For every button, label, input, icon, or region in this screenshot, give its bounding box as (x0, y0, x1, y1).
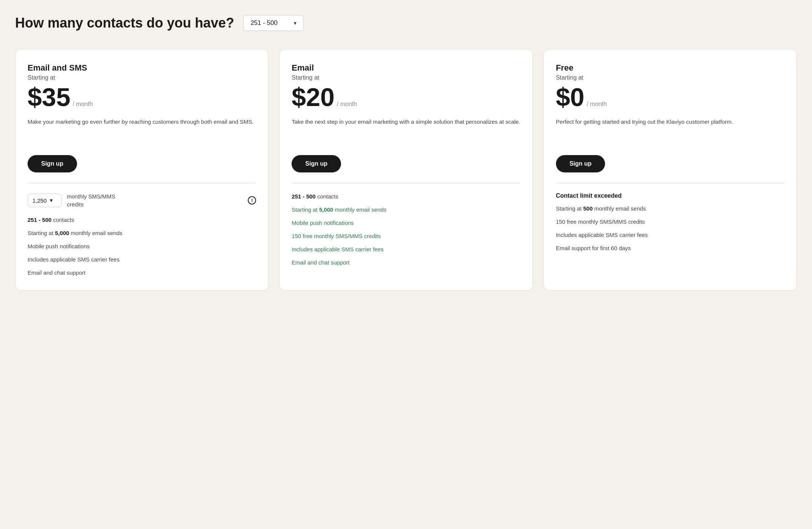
plan-description-free: Perfect for getting started and trying o… (556, 117, 784, 145)
plan-divider-free (556, 183, 784, 183)
sms-credits-value: 1,250 (32, 197, 47, 204)
feature-item: 251 - 500 contacts (28, 216, 256, 224)
sms-credits-dropdown[interactable]: 1,250 ▾ (28, 194, 62, 207)
feature-item: Mobile push notifications (292, 219, 520, 227)
sms-info-icon[interactable]: ! (248, 196, 256, 205)
feature-item: Starting at 5,000 monthly email sends (28, 229, 256, 237)
feature-item: Email and chat support (28, 269, 256, 277)
plan-name-email-sms: Email and SMS (28, 63, 256, 73)
feature-item: 150 free monthly SMS/MMS credits (292, 232, 520, 240)
feature-item: 251 - 500 contacts (292, 192, 520, 200)
plan-divider-email (292, 183, 520, 183)
sms-credits-row: 1,250 ▾ monthly SMS/MMScredits ! (28, 192, 256, 208)
starting-at-free: Starting at (556, 74, 784, 81)
price-row-email-sms: $35 / month (28, 84, 256, 110)
price-amount-email: $20 (292, 84, 334, 110)
signup-button-free[interactable]: Sign up (556, 155, 605, 172)
feature-item: Email and chat support (292, 258, 520, 266)
chevron-down-icon: ▾ (294, 20, 296, 26)
contacts-dropdown-value: 251 - 500 (250, 19, 278, 27)
plan-card-email: Email Starting at $20 / month Take the n… (279, 49, 533, 291)
plan-card-free: Free Starting at $0 / month Perfect for … (543, 49, 797, 291)
price-period-free: / month (587, 101, 607, 108)
features-list-email: 251 - 500 contacts Starting at 5,000 mon… (292, 192, 520, 266)
sms-credits-label: monthly SMS/MMScredits (67, 192, 242, 208)
price-amount-email-sms: $35 (28, 84, 70, 110)
plan-name-free: Free (556, 63, 784, 73)
price-amount-free: $0 (556, 84, 585, 110)
plan-name-email: Email (292, 63, 520, 73)
sms-chevron-icon: ▾ (50, 197, 53, 204)
feature-item: Includes applicable SMS carrier fees (556, 231, 784, 239)
feature-item: Includes applicable SMS carrier fees (28, 255, 256, 263)
feature-item: Starting at 5,000 monthly email sends (292, 206, 520, 214)
plans-grid: Email and SMS Starting at $35 / month Ma… (15, 49, 797, 291)
plan-divider-email-sms (28, 183, 256, 183)
plan-card-email-sms: Email and SMS Starting at $35 / month Ma… (15, 49, 269, 291)
feature-item: Includes applicable SMS carrier fees (292, 245, 520, 253)
contact-limit-label: Contact limit exceeded (556, 192, 784, 199)
features-list-free: Starting at 500 monthly email sends 150 … (556, 205, 784, 252)
plan-description-email-sms: Make your marketing go even further by r… (28, 117, 256, 145)
starting-at-email-sms: Starting at (28, 74, 256, 81)
price-period-email-sms: / month (73, 101, 93, 108)
feature-item: Mobile push notifications (28, 242, 256, 250)
feature-item: 150 free monthly SMS/MMS credits (556, 218, 784, 226)
signup-button-email[interactable]: Sign up (292, 155, 341, 172)
price-row-free: $0 / month (556, 84, 784, 110)
feature-item: Email support for first 60 days (556, 244, 784, 252)
signup-button-email-sms[interactable]: Sign up (28, 155, 77, 172)
contacts-dropdown[interactable]: 251 - 500 ▾ (243, 15, 304, 31)
starting-at-email: Starting at (292, 74, 520, 81)
page-header: How many contacts do you have? 251 - 500… (15, 15, 797, 31)
page-title: How many contacts do you have? (15, 15, 234, 31)
features-list-email-sms: 251 - 500 contacts Starting at 5,000 mon… (28, 216, 256, 277)
price-row-email: $20 / month (292, 84, 520, 110)
feature-item: Starting at 500 monthly email sends (556, 205, 784, 212)
plan-description-email: Take the next step in your email marketi… (292, 117, 520, 145)
price-period-email: / month (337, 101, 357, 108)
